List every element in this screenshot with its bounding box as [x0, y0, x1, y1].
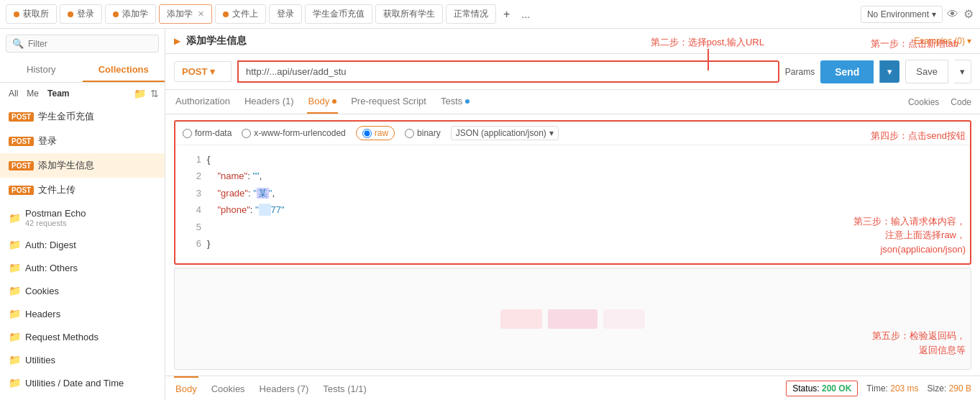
option-binary[interactable]: binary: [405, 128, 441, 138]
sidebar-item-tianjia[interactable]: POST 添加学生信息: [0, 153, 165, 178]
tab-dot: [14, 12, 19, 17]
tab-label: 获取所有学生: [383, 8, 435, 20]
option-label: form-data: [195, 128, 232, 138]
params-label[interactable]: Params: [785, 67, 815, 77]
tab-tianjia1[interactable]: 添加学: [105, 4, 156, 24]
tab-wenjian[interactable]: 文件上: [215, 4, 266, 24]
search-input[interactable]: [28, 39, 152, 49]
send-button[interactable]: Send: [820, 60, 874, 83]
sidebar-collection-utilities[interactable]: 📁 Utilities: [0, 348, 165, 371]
tab-huoqusuoyou[interactable]: 获取所有学生: [375, 4, 443, 24]
size-value: 290 B: [949, 383, 971, 394]
response-btn-1[interactable]: [500, 309, 542, 329]
tab-zhengchang[interactable]: 正常情况: [446, 4, 496, 24]
radio-form-data[interactable]: [183, 129, 192, 138]
tab-label: 文件上: [232, 8, 258, 20]
code-editor[interactable]: 1 { 2 "name": "", 3 "grade": "某", 4 "p: [184, 145, 961, 258]
folder-icon: 📁: [9, 377, 21, 388]
tab-authorization[interactable]: Authorization: [174, 90, 232, 114]
size-label: Size:: [928, 383, 947, 394]
status-value: 200 OK: [822, 383, 851, 394]
sidebar-collection-postman-echo[interactable]: 📁 Postman Echo 42 requests: [0, 202, 165, 233]
collection-name-label: Auth: Digest: [25, 240, 76, 250]
tab-label: 添加学: [122, 8, 148, 20]
bottom-tab-headers[interactable]: Headers (7): [258, 376, 311, 400]
tab-add-button[interactable]: +: [499, 6, 514, 22]
option-label: x-www-form-urlencoded: [254, 128, 345, 138]
collection-name-label: Request Methods: [25, 332, 99, 342]
radio-raw[interactable]: [362, 129, 372, 138]
sidebar-item-denglu[interactable]: POST 登录: [0, 129, 165, 153]
tab-huoqusuo[interactable]: 获取所: [6, 4, 57, 24]
tab-more-button[interactable]: ...: [517, 7, 534, 22]
method-dropdown[interactable]: POST ▾: [174, 61, 232, 82]
tab-tianjia2[interactable]: 添加学 ✕: [159, 4, 212, 24]
top-tabs-bar: 获取所 登录 添加学 添加学 ✕ 文件上 登录 学生金币充值 获取所有学生 正常…: [0, 0, 980, 29]
tab-body[interactable]: Body: [307, 90, 339, 114]
bottom-tab-tests[interactable]: Tests (1/1): [321, 376, 368, 400]
tab-label: Authorization: [175, 96, 230, 106]
bottom-tab-cookies[interactable]: Cookies: [210, 376, 247, 400]
sidebar-collection-auth-others[interactable]: 📁 Auth: Others: [0, 256, 165, 279]
url-bar: POST ▾ Params Send ▾ Save ▾: [165, 54, 980, 90]
filter-team[interactable]: Team: [45, 87, 72, 100]
sidebar-tab-history[interactable]: History: [0, 58, 83, 82]
sidebar-item-chongzhi[interactable]: POST 学生金币充值: [0, 104, 165, 129]
cookies-link[interactable]: Cookies: [908, 97, 939, 107]
tab-headers[interactable]: Headers (1): [243, 90, 296, 114]
item-label: 添加学生信息: [38, 159, 94, 172]
filter-all[interactable]: All: [6, 87, 21, 100]
body-section: form-data x-www-form-urlencoded raw bina…: [174, 120, 971, 265]
code-link[interactable]: Code: [951, 97, 971, 107]
sidebar-collection-headers[interactable]: 📁 Headers: [0, 302, 165, 325]
save-button[interactable]: Save: [905, 60, 948, 83]
env-eye-icon[interactable]: 👁: [947, 9, 958, 20]
option-urlencoded[interactable]: x-www-form-urlencoded: [242, 128, 345, 138]
code-line-2: 2 "name": "",: [190, 168, 956, 184]
send-dropdown-button[interactable]: ▾: [879, 60, 899, 83]
tab-tests[interactable]: Tests: [439, 90, 471, 114]
option-label: raw: [375, 128, 388, 138]
folder-add-icon[interactable]: 📁: [134, 88, 146, 99]
sidebar-items: POST 学生金币充值 POST 登录 POST 添加学生信息 POST 文件上…: [0, 104, 165, 400]
code-line-4: 4 "phone": " 77": [190, 201, 956, 218]
response-btn-3[interactable]: [603, 309, 645, 329]
body-dot: [332, 99, 336, 104]
tab-denglu2[interactable]: 登录: [269, 4, 302, 24]
collection-name-label: Utilities: [25, 355, 55, 365]
save-dropdown-button[interactable]: ▾: [954, 60, 971, 83]
folder-icon: 📁: [9, 239, 21, 250]
tab-xuesheng[interactable]: 学生金币充值: [305, 4, 372, 24]
sort-icon[interactable]: ⇅: [150, 88, 159, 99]
post-badge: POST: [9, 137, 34, 146]
json-format-select[interactable]: JSON (application/json) ▾: [451, 126, 559, 140]
env-gear-icon[interactable]: ⚙: [963, 9, 974, 20]
filter-me[interactable]: Me: [24, 87, 42, 100]
sidebar-tab-collections[interactable]: Collections: [83, 58, 165, 82]
sidebar-search-area: 🔍: [0, 29, 165, 58]
tab-dot: [223, 12, 229, 17]
tab-close-icon[interactable]: ✕: [198, 9, 204, 19]
status-badge: Status: 200 OK: [786, 381, 858, 396]
radio-binary[interactable]: [405, 129, 414, 138]
response-btn-2[interactable]: [548, 309, 597, 329]
sidebar-collection-utilities-date[interactable]: 📁 Utilities / Date and Time: [0, 371, 165, 394]
option-form-data[interactable]: form-data: [183, 128, 232, 138]
tab-denglu1[interactable]: 登录: [60, 4, 102, 24]
sidebar-collection-auth-digest[interactable]: 📁 Auth: Digest: [0, 233, 165, 256]
sidebar-collection-request-methods[interactable]: 📁 Request Methods: [0, 325, 165, 348]
sidebar-collection-cookies[interactable]: 📁 Cookies: [0, 279, 165, 302]
examples-link[interactable]: Examples (0) ▾: [914, 36, 971, 46]
option-raw[interactable]: raw: [356, 126, 395, 140]
content-area: 第二步：选择post,输入URL 第一步：点击新增tab 第四步：点击send按…: [165, 29, 980, 400]
status-label: Status:: [792, 383, 819, 394]
bottom-tab-body[interactable]: Body: [174, 376, 198, 400]
post-badge: POST: [9, 112, 34, 122]
radio-urlencoded[interactable]: [242, 129, 251, 138]
url-input[interactable]: [239, 62, 778, 81]
sidebar-item-wenjian[interactable]: POST 文件上传: [0, 178, 165, 202]
tab-prerequest[interactable]: Pre-request Script: [349, 90, 428, 114]
requests-count: 42 requests: [25, 219, 86, 227]
collection-name-label: Headers: [25, 309, 60, 319]
env-dropdown[interactable]: No Environment ▾: [861, 6, 943, 23]
